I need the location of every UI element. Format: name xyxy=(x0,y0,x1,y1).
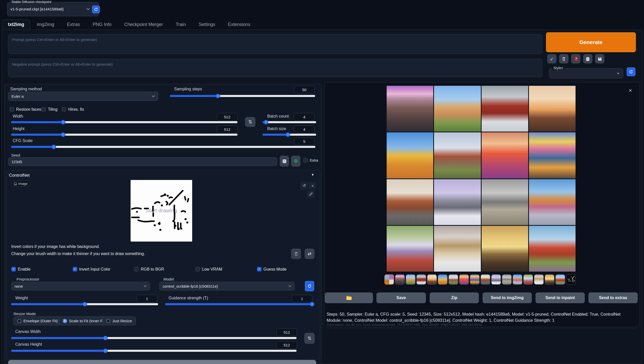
thumbnail[interactable] xyxy=(438,274,447,285)
tiling-toggle[interactable]: Tiling xyxy=(41,107,58,112)
checkpoint-dropdown[interactable]: Stable Diffusion checkpoint v1-5-pruned.… xyxy=(7,2,99,16)
thumbnail[interactable] xyxy=(481,274,490,285)
thumbnail[interactable] xyxy=(427,274,437,285)
cfg-scale-input[interactable]: 5 xyxy=(294,137,315,145)
save-button[interactable]: Save xyxy=(376,292,426,303)
guess-mode-toggle[interactable]: ✓Guess Mode xyxy=(257,267,287,272)
controlnet-image-tab[interactable]: Image xyxy=(11,181,30,187)
resize-envelope-radio[interactable]: Envelope (Outer Fit) xyxy=(13,316,62,325)
close-gallery-icon[interactable]: × xyxy=(629,87,632,94)
canvas-width-input[interactable]: 512 xyxy=(276,328,297,336)
controlnet-swap-button[interactable]: ⇄ xyxy=(305,249,314,259)
result-image-grid[interactable] xyxy=(387,86,576,272)
seed-input[interactable]: 12345 xyxy=(8,157,277,166)
tab-png-info[interactable]: PNG Info xyxy=(87,20,117,30)
create-canvas-button[interactable] xyxy=(8,360,316,364)
tab-checkpoint-merger[interactable]: Checkpoint Merger xyxy=(118,20,169,30)
styles-dropdown[interactable]: Styles xyxy=(549,68,623,78)
result-image[interactable] xyxy=(482,226,528,272)
batch-size-input[interactable]: 4 xyxy=(294,125,315,133)
style-book-button[interactable] xyxy=(571,54,580,63)
tab-extensions[interactable]: Extensions xyxy=(222,20,256,30)
canvas-undo-button[interactable]: ↺ xyxy=(300,182,308,189)
thumbnail[interactable] xyxy=(449,274,458,285)
hires-fix-checkbox[interactable] xyxy=(62,107,66,111)
thumbnail[interactable] xyxy=(513,274,522,285)
thumbnail-grid[interactable] xyxy=(384,274,394,285)
result-image[interactable] xyxy=(387,132,433,178)
result-image[interactable] xyxy=(529,132,576,178)
result-image[interactable] xyxy=(434,226,481,272)
rgb-to-bgr-checkbox[interactable] xyxy=(134,267,139,271)
thumbnail[interactable] xyxy=(523,274,533,285)
thumbnail[interactable] xyxy=(406,274,415,285)
resize-scale-to-fit-radio[interactable]: Scale to Fit (Inner Fit) xyxy=(59,316,109,325)
result-image[interactable] xyxy=(482,86,528,132)
result-image[interactable] xyxy=(529,179,576,225)
batch-size-slider[interactable] xyxy=(263,132,316,137)
sampling-method-dropdown[interactable]: Euler a xyxy=(8,92,158,101)
sampling-steps-slider[interactable] xyxy=(170,94,315,98)
batch-count-slider[interactable] xyxy=(263,120,316,124)
thumbnail-control-image[interactable] xyxy=(566,274,576,285)
thumbnail[interactable] xyxy=(545,274,554,285)
negative-prompt-input[interactable] xyxy=(8,59,542,77)
result-image[interactable] xyxy=(387,86,433,132)
cfg-scale-slider[interactable] xyxy=(11,145,315,149)
thumbnail[interactable] xyxy=(555,274,565,285)
controlnet-model-dropdown[interactable]: control_scribble-fp16 [c508311e] xyxy=(159,282,295,290)
result-image[interactable] xyxy=(529,226,576,272)
canvas-width-slider[interactable] xyxy=(11,336,297,340)
send-to-inpaint-button[interactable]: Send to inpaint xyxy=(536,292,585,303)
rgb-to-bgr-toggle[interactable]: RGB to BGR xyxy=(134,267,164,272)
tab-train[interactable]: Train xyxy=(170,20,192,30)
result-image[interactable] xyxy=(482,179,528,225)
result-image[interactable] xyxy=(387,179,433,225)
thumbnail[interactable] xyxy=(534,274,544,285)
hires-fix-toggle[interactable]: Hires. fix xyxy=(62,107,84,112)
result-image[interactable] xyxy=(434,86,481,132)
guidance-strength-input[interactable]: 1 xyxy=(292,295,312,302)
low-vram-toggle[interactable]: Low VRAM xyxy=(195,267,222,272)
height-slider[interactable] xyxy=(11,132,237,137)
reuse-seed-button[interactable]: ♻ xyxy=(291,156,300,166)
thumbnail[interactable] xyxy=(491,274,501,285)
send-to-img2img-button[interactable]: Send to img2img xyxy=(483,292,532,303)
controlnet-title[interactable]: ControlNet xyxy=(9,173,30,178)
canvas-clear-button[interactable]: × xyxy=(309,182,316,189)
enable-toggle[interactable]: ✓Enable xyxy=(11,267,31,272)
refresh-checkpoint-button[interactable] xyxy=(92,6,100,13)
width-slider[interactable] xyxy=(11,120,237,124)
sampling-steps-input[interactable]: 50 xyxy=(294,86,315,93)
refresh-controlnet-models-button[interactable] xyxy=(305,281,314,291)
thumbnail[interactable] xyxy=(502,274,512,285)
random-seed-button[interactable] xyxy=(280,156,289,166)
generate-button[interactable]: Generate xyxy=(546,32,636,52)
height-input[interactable]: 512 xyxy=(217,125,237,133)
result-image[interactable] xyxy=(529,86,576,132)
tab-settings[interactable]: Settings xyxy=(193,20,221,30)
thumbnail[interactable] xyxy=(459,274,469,285)
collapse-icon[interactable]: ▼ xyxy=(311,173,314,177)
controlnet-canvas[interactable]: Start drawing xyxy=(131,180,192,242)
refresh-styles-button[interactable] xyxy=(627,67,635,76)
skip-button[interactable]: ↙ xyxy=(547,54,556,63)
canvas-height-slider[interactable] xyxy=(11,348,297,353)
weight-slider[interactable] xyxy=(11,302,158,306)
thumbnail[interactable] xyxy=(470,274,480,285)
controlnet-clear-button[interactable] xyxy=(291,249,301,259)
canvas-height-input[interactable]: 512 xyxy=(276,341,297,349)
save-style-button[interactable] xyxy=(595,54,604,63)
swap-dimensions-button[interactable]: ⇅ xyxy=(245,117,255,127)
resize-just-resize-radio[interactable]: Just Resize xyxy=(102,316,136,325)
send-to-extras-button[interactable]: Send to extras xyxy=(589,292,638,303)
extra-seed-checkbox[interactable] xyxy=(303,158,308,162)
tab-extras[interactable]: Extras xyxy=(61,20,86,30)
preprocessor-dropdown[interactable]: none xyxy=(11,282,150,290)
result-image[interactable] xyxy=(434,179,481,225)
result-image[interactable] xyxy=(482,132,528,178)
canvas-brush-button[interactable] xyxy=(307,190,315,198)
restore-faces-toggle[interactable]: Restore faces xyxy=(10,107,41,112)
thumbnail[interactable] xyxy=(395,274,405,285)
tab-img2img[interactable]: img2img xyxy=(31,20,60,30)
